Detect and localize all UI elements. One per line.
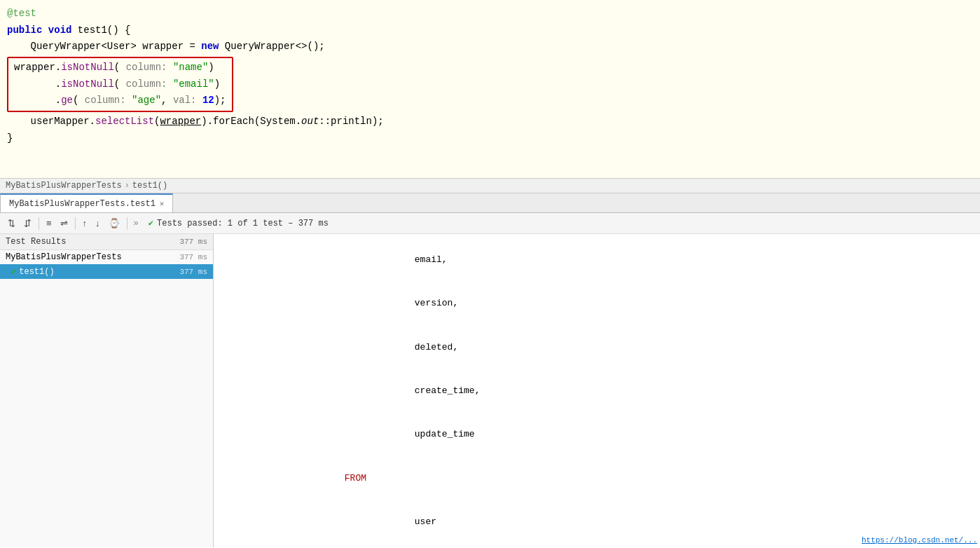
tab-close-button[interactable]: ✕ <box>160 199 165 208</box>
sql-deleted: deleted, <box>415 342 458 352</box>
right-panel-sql-output: email, version, deleted, create_time, up… <box>214 234 980 547</box>
align-left-button[interactable]: ≡ <box>43 216 55 231</box>
select-list-line: userMapper.selectList(wrapper).forEach(S… <box>0 114 980 130</box>
bottom-link-area: https://blog.csdn.net/... <box>862 535 977 545</box>
annotation-line: @test <box>0 6 980 22</box>
tests-passed-label: Tests passed: 1 of 1 test – 377 ms <box>157 219 329 228</box>
sql-user-table: user <box>415 516 436 527</box>
expand-icon: » <box>134 219 139 228</box>
sql-email: email, <box>415 254 448 265</box>
result-suite-label: MyBatisPlusWrapperTests <box>6 252 122 262</box>
sort-asc-button[interactable]: ⇅ <box>4 216 19 231</box>
toolbar-separator-2 <box>75 217 76 230</box>
check-icon: ✔ <box>149 218 153 228</box>
sql-create-time: create_time, <box>415 385 481 396</box>
align-right-button[interactable]: ⇌ <box>57 216 71 231</box>
sql-line-from: FROM <box>228 457 966 500</box>
sql-line-email: email, <box>228 238 966 282</box>
toolbar-separator-3 <box>127 217 127 230</box>
breadcrumb-item-1: MyBatisPlusWrapperTests <box>6 181 122 191</box>
panel-time: 377 ms <box>179 238 207 246</box>
sql-line-deleted: deleted, <box>228 326 966 369</box>
result-suite-mybatisflus[interactable]: MyBatisPlusWrapperTests 377 ms <box>0 250 213 264</box>
tests-passed-status: ✔ Tests passed: 1 of 1 test – 377 ms <box>149 218 329 228</box>
sql-line-where: WHERE <box>228 544 966 547</box>
toolbar-separator-1 <box>39 217 39 230</box>
breadcrumb: MyBatisPlusWrapperTests › test1() <box>0 179 980 193</box>
tab-bar: MyBatisPlusWrapperTests.test1 ✕ <box>0 193 980 213</box>
bottom-link[interactable]: https://blog.csdn.net/... <box>862 536 977 544</box>
result-suite-time: 377 ms <box>179 253 207 261</box>
isnot-null-name-line: wrapper.isNotNull( column: "name") <box>14 60 226 76</box>
result-test-time: 377 ms <box>179 268 207 276</box>
result-item-test1[interactable]: ✔ test1() 377 ms <box>0 264 213 279</box>
sort-desc-button[interactable]: ⇵ <box>20 216 35 231</box>
breadcrumb-separator: › <box>125 181 130 191</box>
left-panel-test-results: Test Results 377 ms MyBatisPlusWrapperTe… <box>0 234 214 547</box>
code-editor: @test public void test1() { QueryWrapper… <box>0 0 980 179</box>
sql-update-time: update_time <box>415 429 475 439</box>
chained-methods-block: wrapper.isNotNull( column: "name") .isNo… <box>0 57 980 112</box>
querywrapper-line: QueryWrapper<User> wrapper = new QueryWr… <box>0 39 980 55</box>
sql-line-create-time: create_time, <box>228 369 966 413</box>
toolbar: ⇅ ⇵ ≡ ⇌ ↑ ↓ ⌚ » ✔ Tests passed: 1 of 1 t… <box>0 213 980 234</box>
tab-label: MyBatisPlusWrapperTests.test1 <box>9 199 156 209</box>
sql-version: version, <box>415 298 458 308</box>
clock-button[interactable]: ⌚ <box>105 216 123 231</box>
sql-line-version: version, <box>228 282 966 325</box>
result-pass-icon: ✔ <box>11 266 16 277</box>
sql-line-update-time: update_time <box>228 413 966 457</box>
breadcrumb-item-2: test1() <box>132 181 167 191</box>
isnot-null-email-line: .isNotNull( column: "email") <box>14 76 226 93</box>
arrow-up-button[interactable]: ↑ <box>79 216 91 231</box>
method-signature-line: public void test1() { <box>0 22 980 39</box>
closing-brace-line: } <box>0 130 980 147</box>
arrow-down-button[interactable]: ↓ <box>92 216 104 231</box>
tab-mybatisflusswrappertests-test1[interactable]: MyBatisPlusWrapperTests.test1 ✕ <box>0 193 173 212</box>
sql-from-keyword: FROM <box>345 473 366 484</box>
main-content: Test Results 377 ms MyBatisPlusWrapperTe… <box>0 234 980 547</box>
sql-line-user: user <box>228 500 966 544</box>
panel-header: Test Results 377 ms <box>0 234 213 250</box>
result-test-label: test1() <box>19 267 54 277</box>
ge-age-line: .ge( column: "age", val: 12); <box>14 93 226 109</box>
panel-title: Test Results <box>6 237 66 247</box>
